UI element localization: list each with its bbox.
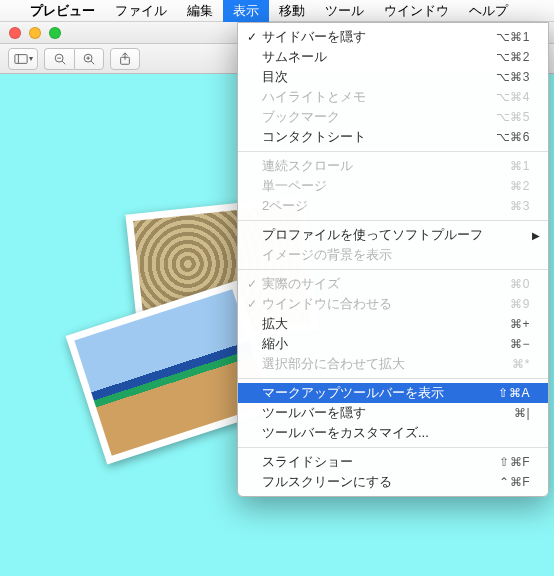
svg-line-6 [91,61,94,64]
submenu-arrow-icon: ▶ [532,230,540,241]
sidebar-toggle-button[interactable]: ▾ [8,48,38,70]
view-menu-dropdown: ✓サイドバーを隠す⌥⌘1サムネール⌥⌘2目次⌥⌘3ハイライトとメモ⌥⌘4ブックマ… [237,22,549,497]
menu-item-label: サムネール [260,48,496,66]
menu-view[interactable]: 表示 [223,0,269,22]
menu-item-label: 拡大 [260,315,510,333]
menu-file[interactable]: ファイル [105,0,177,22]
menu-item-label: 選択部分に合わせて拡大 [260,355,512,373]
menu-item[interactable]: ツールバーを隠す⌘| [238,403,548,423]
menu-item-label: 実際のサイズ [260,275,510,293]
menu-shortcut: ⌥⌘3 [496,70,530,84]
menu-item[interactable]: ツールバーをカスタマイズ... [238,423,548,443]
svg-line-3 [62,61,65,64]
menu-shortcut: ⌘+ [510,317,530,331]
menu-item-label: 単一ページ [260,177,510,195]
menu-item-label: コンタクトシート [260,128,496,146]
menu-shortcut: ⌥⌘2 [496,50,530,64]
menu-item[interactable]: 縮小⌘− [238,334,548,354]
menu-item: ブックマーク⌥⌘5 [238,107,548,127]
checkmark-icon: ✓ [244,277,260,291]
menu-item: 2ページ⌘3 [238,196,548,216]
menu-item[interactable]: フルスクリーンにする⌃⌘F [238,472,548,492]
menu-item-label: マークアップツールバーを表示 [260,384,498,402]
system-menubar: プレビュー ファイル 編集 表示 移動 ツール ウインドウ ヘルプ [0,0,554,22]
menu-item: 選択部分に合わせて拡大⌘* [238,354,548,374]
menu-shortcut: ⌘− [510,337,530,351]
menu-shortcut: ⌥⌘6 [496,130,530,144]
menu-item-label: ウインドウに合わせる [260,295,510,313]
app-menu[interactable]: プレビュー [20,0,105,22]
share-button[interactable] [110,48,140,70]
zoom-in-button[interactable] [74,48,104,70]
menu-shortcut: ⌘3 [510,199,530,213]
menu-item-label: 縮小 [260,335,510,353]
menu-item[interactable]: サムネール⌥⌘2 [238,47,548,67]
menu-shortcut: ⇧⌘A [498,386,530,400]
menu-item: ハイライトとメモ⌥⌘4 [238,87,548,107]
menu-shortcut: ⌘2 [510,179,530,193]
menu-item: 連続スクロール⌘1 [238,156,548,176]
menu-item-label: サイドバーを隠す [260,28,496,46]
menu-item[interactable]: プロファイルを使ってソフトプルーフ▶ [238,225,548,245]
menu-item[interactable]: スライドショー⇧⌘F [238,452,548,472]
menu-item-label: 目次 [260,68,496,86]
menu-item: ✓実際のサイズ⌘0 [238,274,548,294]
menu-shortcut: ⌘| [514,406,530,420]
menu-item[interactable]: 拡大⌘+ [238,314,548,334]
svg-rect-0 [14,54,26,63]
menu-item: 単一ページ⌘2 [238,176,548,196]
menu-shortcut: ⌘0 [510,277,530,291]
menu-shortcut: ⌥⌘1 [496,30,530,44]
menu-item-label: 連続スクロール [260,157,510,175]
chevron-down-icon: ▾ [29,54,33,63]
menu-item[interactable]: マークアップツールバーを表示⇧⌘A [238,383,548,403]
traffic-lights [9,27,61,39]
menu-item: ✓ウインドウに合わせる⌘9 [238,294,548,314]
menu-shortcut: ⌘* [512,357,530,371]
menu-item-label: プロファイルを使ってソフトプルーフ [260,226,530,244]
menu-shortcut: ⌃⌘F [499,475,530,489]
menu-item-label: ハイライトとメモ [260,88,496,106]
menu-tools[interactable]: ツール [315,0,374,22]
menu-help[interactable]: ヘルプ [459,0,518,22]
menu-shortcut: ⇧⌘F [499,455,530,469]
menu-item[interactable]: 目次⌥⌘3 [238,67,548,87]
menu-window[interactable]: ウインドウ [374,0,459,22]
menu-item: イメージの背景を表示 [238,245,548,265]
menu-shortcut: ⌥⌘4 [496,90,530,104]
minimize-button[interactable] [29,27,41,39]
menu-shortcut: ⌘1 [510,159,530,173]
zoom-button[interactable] [49,27,61,39]
menu-shortcut: ⌥⌘5 [496,110,530,124]
menu-item-label: イメージの背景を表示 [260,246,530,264]
close-button[interactable] [9,27,21,39]
menu-item-label: ツールバーを隠す [260,404,514,422]
menu-item-label: ツールバーをカスタマイズ... [260,424,530,442]
menu-item-label: ブックマーク [260,108,496,126]
checkmark-icon: ✓ [244,297,260,311]
menu-go[interactable]: 移動 [269,0,315,22]
zoom-out-button[interactable] [44,48,74,70]
menu-item-label: 2ページ [260,197,510,215]
menu-shortcut: ⌘9 [510,297,530,311]
menu-item-label: スライドショー [260,453,499,471]
menu-item[interactable]: コンタクトシート⌥⌘6 [238,127,548,147]
menu-edit[interactable]: 編集 [177,0,223,22]
checkmark-icon: ✓ [244,30,260,44]
menu-item-label: フルスクリーンにする [260,473,499,491]
menu-item[interactable]: ✓サイドバーを隠す⌥⌘1 [238,27,548,47]
